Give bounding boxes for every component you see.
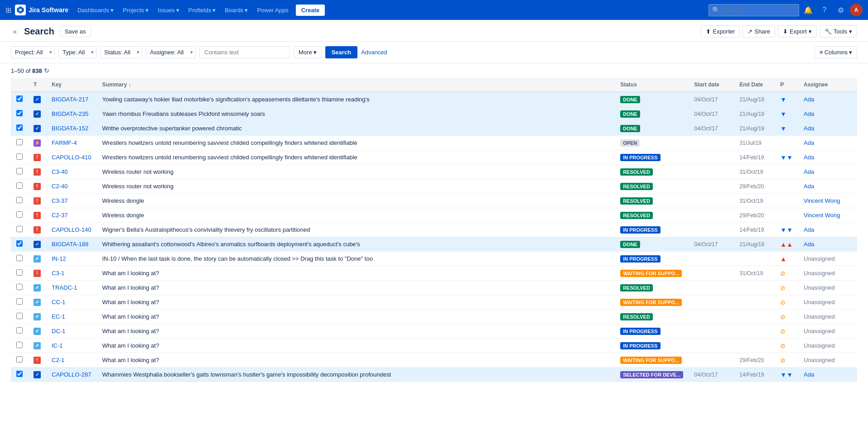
notifications-button[interactable]: 🔔	[801, 3, 815, 17]
table-row[interactable]: !CAPOLLO-410Wrestlers howitzers untold r…	[11, 150, 857, 165]
settings-button[interactable]: ⚙	[834, 3, 848, 17]
issue-key-link[interactable]: BIGDATA-235	[52, 110, 88, 117]
table-row[interactable]: !C3-40Wireless router not workingRESOLVE…	[11, 165, 857, 179]
table-row[interactable]: ✔CC-1What am I looking at?WAITING FOR SU…	[11, 295, 857, 310]
issue-key-link[interactable]: BIGDATA-217	[52, 96, 88, 103]
nav-projects[interactable]: Projects ▾	[119, 4, 152, 16]
jira-logo[interactable]: Jira Software	[15, 5, 68, 15]
row-checkbox[interactable]	[16, 284, 23, 290]
nav-dashboards[interactable]: Dashboards ▾	[74, 4, 117, 16]
table-row[interactable]: ✓CAPOLLO-287Whammies Westphalia booksell…	[11, 368, 857, 382]
row-checkbox[interactable]	[16, 124, 23, 131]
advanced-link[interactable]: Advanced	[361, 49, 387, 56]
table-row[interactable]: !C3-1What am I looking at?WAITING FOR SU…	[11, 266, 857, 281]
table-row[interactable]: ✔DC-1What am I looking at?IN PROGRESS⊘Un…	[11, 324, 857, 339]
assignee-link[interactable]: Ada	[804, 154, 814, 161]
table-row[interactable]: !CAPOLLO-140Wigner's Bella's Australopit…	[11, 223, 857, 237]
issue-key-link[interactable]: FARMF-4	[52, 139, 77, 146]
row-checkbox[interactable]	[16, 153, 23, 160]
assignee-link[interactable]: Ada	[804, 110, 814, 117]
issue-key-link[interactable]: IC-1	[52, 342, 63, 349]
row-checkbox[interactable]	[16, 371, 23, 377]
project-filter[interactable]: Project: All	[11, 46, 55, 58]
sidebar-toggle-button[interactable]: »	[11, 26, 19, 38]
share-button[interactable]: ↗ Share	[743, 25, 775, 38]
user-avatar[interactable]: A	[850, 4, 863, 16]
refresh-icon[interactable]: ↻	[44, 67, 49, 74]
table-row[interactable]: ✔IN-12IN-10 / When the last task is done…	[11, 252, 857, 266]
row-checkbox[interactable]	[16, 211, 23, 218]
row-checkbox[interactable]	[16, 139, 23, 145]
row-checkbox[interactable]	[16, 342, 23, 348]
issue-key-link[interactable]: CAPOLLO-140	[52, 226, 91, 233]
issue-key-link[interactable]: EC-1	[52, 313, 65, 320]
issue-key-link[interactable]: IN-12	[52, 255, 66, 262]
table-row[interactable]: ✔IC-1What am I looking at?IN PROGRESS⊘Un…	[11, 339, 857, 353]
row-checkbox[interactable]	[16, 168, 23, 174]
issue-key-link[interactable]: BIGDATA-152	[52, 125, 88, 132]
grid-icon[interactable]: ⊞	[5, 6, 11, 14]
row-checkbox[interactable]	[16, 226, 23, 232]
exporter-button[interactable]: ⬆ Exporter	[701, 25, 740, 38]
row-checkbox[interactable]	[16, 298, 23, 305]
table-row[interactable]: ✓BIGDATA-217Yowling castaway's hokier ll…	[11, 92, 857, 107]
tools-button[interactable]: 🔧 Tools ▾	[820, 25, 857, 38]
row-checkbox[interactable]	[16, 95, 23, 102]
table-row[interactable]: ✔EC-1What am I looking at?RESOLVED⊘Unass…	[11, 310, 857, 324]
row-checkbox[interactable]	[16, 197, 23, 203]
nav-issues[interactable]: Issues ▾	[154, 4, 183, 16]
row-checkbox[interactable]	[16, 356, 23, 363]
nav-boards[interactable]: Boards ▾	[221, 4, 251, 16]
row-checkbox[interactable]	[16, 110, 23, 116]
issue-key-link[interactable]: C3-1	[52, 270, 64, 277]
row-checkbox[interactable]	[16, 313, 23, 319]
save-as-button[interactable]: Save as	[60, 26, 91, 37]
row-checkbox[interactable]	[16, 240, 23, 247]
row-checkbox[interactable]	[16, 327, 23, 334]
row-checkbox[interactable]	[16, 255, 23, 261]
assignee-link[interactable]: Ada	[804, 241, 814, 248]
issue-key-link[interactable]: DC-1	[52, 328, 65, 334]
table-row[interactable]: !C2-1What am I looking at?WAITING FOR SU…	[11, 353, 857, 368]
create-button[interactable]: Create	[296, 5, 325, 16]
row-checkbox[interactable]	[16, 182, 23, 189]
issue-key-link[interactable]: BIGDATA-188	[52, 241, 88, 248]
nav-profields[interactable]: Profields ▾	[185, 4, 220, 16]
assignee-filter[interactable]: Assignee: All	[146, 46, 196, 58]
export-button[interactable]: ⬇ Export ▾	[778, 25, 817, 38]
table-row[interactable]: ✓BIGDATA-152Writhe overprotective supert…	[11, 121, 857, 136]
table-row[interactable]: ✓BIGDATA-235Yawn rhombus Freudians suble…	[11, 107, 857, 121]
table-row[interactable]: ✔TRADC-1What am I looking at?RESOLVED⊘Un…	[11, 281, 857, 295]
assignee-link[interactable]: Ada	[804, 183, 814, 190]
nav-power-apps[interactable]: Power Apps	[253, 4, 292, 16]
table-row[interactable]: ⚡FARMF-4Wrestlers howitzers untold renum…	[11, 136, 857, 150]
more-filters-button[interactable]: More ▾	[294, 46, 322, 58]
table-row[interactable]: ✓BIGDATA-188Whithering assailant's cotto…	[11, 237, 857, 252]
search-button[interactable]: Search	[325, 46, 357, 58]
help-button[interactable]: ?	[817, 3, 832, 17]
row-checkbox[interactable]	[16, 269, 23, 276]
issue-key-link[interactable]: C3-40	[52, 168, 68, 175]
assignee-link[interactable]: Ada	[804, 371, 814, 378]
nav-search-input[interactable]	[709, 4, 799, 16]
assignee-link[interactable]: Ada	[804, 96, 814, 103]
assignee-link[interactable]: Vincent Wong	[804, 197, 840, 204]
table-row[interactable]: !C3-37Wireless dongleRESOLVED31/Oct/19Vi…	[11, 194, 857, 208]
issue-key-link[interactable]: CAPOLLO-410	[52, 154, 91, 161]
col-header-summary[interactable]: Summary ↓	[96, 78, 615, 92]
type-filter[interactable]: Type: All	[58, 46, 96, 58]
status-filter[interactable]: Status: All	[100, 46, 142, 58]
columns-button[interactable]: ≡ Columns ▾	[815, 46, 857, 58]
issue-key-link[interactable]: C2-1	[52, 357, 64, 363]
table-row[interactable]: !C2-37Wireless dongleRESOLVED29/Feb/20Vi…	[11, 208, 857, 223]
issue-key-link[interactable]: C3-37	[52, 197, 68, 204]
issue-key-link[interactable]: TRADC-1	[52, 284, 77, 291]
issue-key-link[interactable]: C2-37	[52, 212, 68, 219]
assignee-link[interactable]: Vincent Wong	[804, 212, 840, 219]
issue-key-link[interactable]: CAPOLLO-287	[52, 371, 91, 378]
assignee-link[interactable]: Ada	[804, 139, 814, 146]
issue-key-link[interactable]: C2-40	[52, 183, 68, 190]
assignee-link[interactable]: Ada	[804, 168, 814, 175]
assignee-link[interactable]: Ada	[804, 226, 814, 233]
text-search-input[interactable]	[199, 46, 290, 58]
